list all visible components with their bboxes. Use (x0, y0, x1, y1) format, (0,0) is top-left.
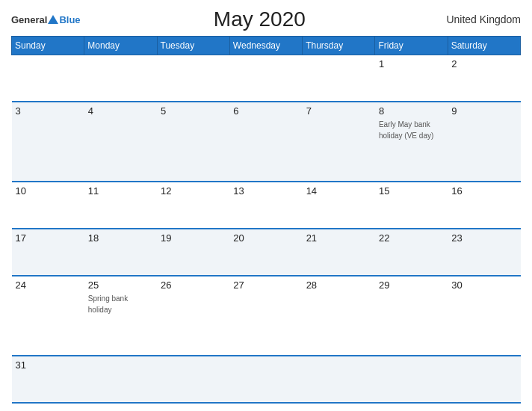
calendar-cell (229, 55, 302, 102)
calendar-cell (448, 356, 520, 403)
day-number: 3 (16, 105, 81, 117)
calendar-cell: 31 (12, 356, 84, 403)
day-number: 22 (379, 232, 444, 244)
day-number: 11 (88, 185, 153, 197)
weekday-header-row: Sunday Monday Tuesday Wednesday Thursday… (12, 37, 521, 55)
day-number: 5 (161, 105, 226, 117)
calendar-cell: 20 (229, 229, 302, 276)
calendar-cell: 8Early May bank holiday (VE day) (375, 102, 448, 182)
calendar-cell: 16 (448, 182, 520, 229)
calendar-cell: 25Spring bank holiday (84, 276, 157, 356)
calendar-week-row: 31 (12, 356, 521, 403)
calendar-cell: 21 (303, 229, 375, 276)
calendar-cell: 19 (157, 229, 229, 276)
calendar-header: General Blue May 2020 United Kingdom (11, 7, 521, 36)
calendar-cell: 7 (303, 102, 375, 182)
calendar-cell: 30 (448, 276, 520, 356)
calendar-cell: 27 (229, 276, 302, 356)
calendar-week-row: 12 (12, 55, 521, 102)
country-label: United Kingdom (439, 13, 521, 25)
day-number: 30 (451, 279, 516, 291)
calendar-week-row: 2425Spring bank holiday2627282930 (12, 276, 521, 356)
holiday-text: Spring bank holiday (88, 294, 128, 314)
day-number: 20 (233, 232, 298, 244)
day-number: 17 (16, 232, 81, 244)
day-number: 14 (306, 185, 371, 197)
day-number: 16 (451, 185, 516, 197)
header-monday: Monday (84, 37, 157, 55)
day-number: 26 (161, 279, 226, 291)
calendar-cell: 29 (375, 276, 448, 356)
calendar-cell: 5 (157, 102, 229, 182)
header-thursday: Thursday (303, 37, 375, 55)
calendar-thead: Sunday Monday Tuesday Wednesday Thursday… (12, 37, 521, 55)
day-number: 21 (306, 232, 371, 244)
calendar-cell: 24 (12, 276, 84, 356)
calendar-cell: 28 (303, 276, 375, 356)
calendar-week-row: 10111213141516 (12, 182, 521, 229)
day-number: 13 (233, 185, 298, 197)
day-number: 29 (379, 279, 444, 291)
calendar-cell: 4 (84, 102, 157, 182)
calendar-cell: 10 (12, 182, 84, 229)
day-number: 12 (161, 185, 226, 197)
day-number: 23 (451, 232, 516, 244)
day-number: 9 (451, 105, 516, 117)
day-number: 4 (88, 105, 153, 117)
calendar-cell: 18 (84, 229, 157, 276)
month-title: May 2020 (81, 7, 439, 31)
calendar-cell: 2 (448, 55, 520, 102)
calendar-cell (12, 55, 84, 102)
calendar-cell: 17 (12, 229, 84, 276)
header-friday: Friday (375, 37, 448, 55)
day-number: 24 (16, 279, 81, 291)
logo-triangle-icon (48, 15, 58, 24)
day-number: 7 (306, 105, 371, 117)
day-number: 15 (379, 185, 444, 197)
day-number: 1 (379, 58, 444, 69)
calendar-cell: 26 (157, 276, 229, 356)
day-number: 6 (233, 105, 298, 117)
day-number: 2 (451, 58, 516, 69)
calendar-cell (157, 55, 229, 102)
calendar-cell: 13 (229, 182, 302, 229)
logo: General Blue (11, 14, 81, 25)
day-number: 10 (16, 185, 81, 197)
calendar-cell (157, 356, 229, 403)
calendar-cell: 11 (84, 182, 157, 229)
calendar-wrapper: General Blue May 2020 United Kingdom Sun… (0, 0, 532, 411)
calendar-cell (303, 356, 375, 403)
calendar-cell: 1 (375, 55, 448, 102)
day-number: 31 (16, 359, 81, 371)
calendar-cell: 12 (157, 182, 229, 229)
header-saturday: Saturday (448, 37, 520, 55)
calendar-week-row: 17181920212223 (12, 229, 521, 276)
calendar-cell: 9 (448, 102, 520, 182)
calendar-cell: 14 (303, 182, 375, 229)
calendar-cell: 23 (448, 229, 520, 276)
day-number: 25 (88, 279, 153, 291)
calendar-cell: 3 (12, 102, 84, 182)
day-number: 19 (161, 232, 226, 244)
calendar-cell: 6 (229, 102, 302, 182)
calendar-cell: 22 (375, 229, 448, 276)
calendar-cell (84, 356, 157, 403)
day-number: 18 (88, 232, 153, 244)
calendar-cell: 15 (375, 182, 448, 229)
calendar-body: 12345678Early May bank holiday (VE day)9… (12, 55, 521, 404)
header-sunday: Sunday (12, 37, 84, 55)
header-tuesday: Tuesday (157, 37, 229, 55)
logo-blue-text: Blue (59, 14, 80, 25)
day-number: 28 (306, 279, 371, 291)
calendar-table: Sunday Monday Tuesday Wednesday Thursday… (11, 36, 521, 404)
day-number: 27 (233, 279, 298, 291)
calendar-cell (375, 356, 448, 403)
header-wednesday: Wednesday (229, 37, 302, 55)
calendar-cell (84, 55, 157, 102)
holiday-text: Early May bank holiday (VE day) (379, 120, 433, 140)
day-number: 8 (379, 105, 444, 117)
logo-general-text: General (11, 14, 47, 25)
calendar-cell (229, 356, 302, 403)
calendar-week-row: 345678Early May bank holiday (VE day)9 (12, 102, 521, 182)
calendar-cell (303, 55, 375, 102)
